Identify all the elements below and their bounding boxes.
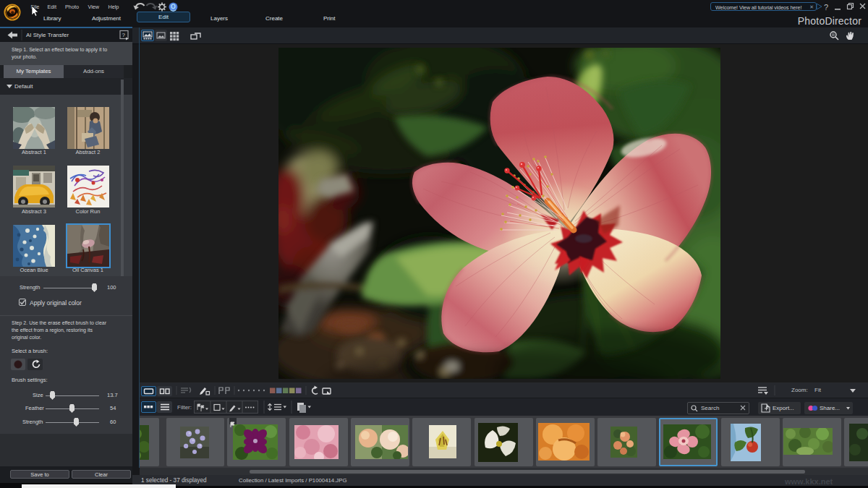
svg-text:?: ? [824, 3, 828, 12]
svg-text:?: ? [122, 32, 126, 38]
